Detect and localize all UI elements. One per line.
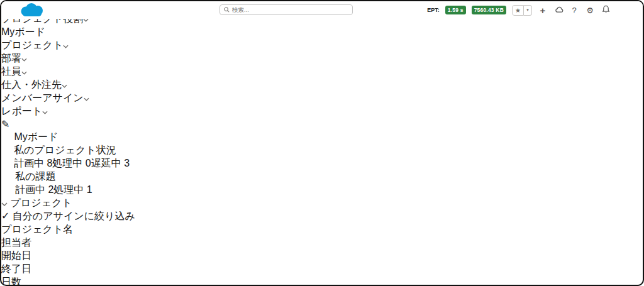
chevron-down-icon[interactable]	[62, 79, 67, 90]
nav-tab-1[interactable]: Myボード	[1, 26, 643, 39]
global-search[interactable]	[219, 4, 353, 15]
favorites-control: ★ ▾	[512, 5, 532, 16]
app-nav-bar: Shared Project プロジェクト役割Myボードプロジェクト部署社員仕入…	[1, 1, 643, 130]
nav-tab-7[interactable]: レポート	[1, 105, 643, 118]
tab-label: レポート	[1, 106, 42, 116]
global-actions-icon[interactable]: +	[538, 6, 548, 15]
tab-label: 部署	[1, 53, 21, 63]
assign-filter-checkbox[interactable]: ✓	[1, 211, 9, 221]
chevron-down-icon[interactable]	[42, 106, 48, 116]
column-header[interactable]: 開始日	[1, 250, 643, 263]
status-chips-0: 計画中 8処理中 0遅延中 3	[14, 157, 643, 170]
status-card: 私のプロジェクト状況 計画中 8処理中 0遅延中 3 私の課題 計画中 2処理中…	[1, 144, 643, 197]
ept-time-badge: 1.59 s	[445, 6, 466, 14]
page-header-card: Myボード	[1, 130, 643, 144]
column-header[interactable]: 担当者	[1, 236, 643, 250]
tab-label: 社員	[1, 66, 21, 77]
tab-label: プロジェクト	[1, 40, 63, 50]
project-table-header: プロジェクト名担当者開始日終了日日数状況課題進捗率	[1, 223, 643, 286]
collapse-chevron-icon[interactable]	[1, 197, 10, 208]
ept-size-badge: 7560.43 KB	[472, 6, 506, 14]
salesforce-logo-icon[interactable]	[18, 3, 47, 21]
nav-tabs: プロジェクト役割Myボードプロジェクト部署社員仕入・外注先メンバーアサインレポー…	[1, 13, 643, 118]
assign-filter-label: 自分のアサインに絞り込み	[13, 211, 135, 221]
notifications-bell-icon[interactable]	[601, 5, 611, 15]
status-group-label: 私のプロジェクト状況	[14, 145, 116, 155]
help-icon[interactable]: ?	[569, 6, 579, 14]
nav-tab-2[interactable]: プロジェクト	[1, 39, 643, 52]
status-group-label: 私の課題	[15, 171, 55, 182]
nav-tab-4[interactable]: 社員	[1, 65, 643, 79]
projects-panel-title: プロジェクト	[10, 197, 72, 208]
status-chip[interactable]: 処理中 1	[53, 184, 92, 195]
column-header[interactable]: 終了日	[1, 263, 643, 276]
column-header[interactable]: プロジェクト名	[1, 223, 643, 236]
guidance-center-icon[interactable]	[553, 6, 564, 15]
tab-label: メンバーアサイン	[1, 92, 84, 103]
nav-tab-3[interactable]: 部署	[1, 52, 643, 65]
assign-filter[interactable]: ✓ 自分のアサインに絞り込み	[1, 210, 643, 223]
chevron-down-icon[interactable]	[21, 53, 27, 63]
chevron-down-icon[interactable]	[63, 40, 69, 50]
setup-gear-icon[interactable]: ⚙	[585, 6, 595, 14]
search-input[interactable]	[232, 6, 348, 13]
status-chip[interactable]: 計画中 2	[15, 184, 53, 195]
status-chip[interactable]: 計画中 8	[14, 158, 52, 168]
page-title: Myボード	[14, 131, 58, 142]
user-avatar[interactable]	[616, 4, 629, 16]
status-group-issues: 私の課題 計画中 2処理中 1	[15, 170, 643, 197]
nav-tab-6[interactable]: メンバーアサイン	[1, 92, 643, 105]
ept-label: EPT:	[427, 7, 440, 13]
favorite-star-icon[interactable]: ★	[512, 5, 524, 16]
search-icon	[224, 7, 230, 13]
status-chip[interactable]: 処理中 0	[52, 158, 91, 168]
chevron-down-icon[interactable]	[21, 66, 27, 77]
board-object-icon	[1, 131, 14, 142]
global-header: EPT: 1.59 s 7560.43 KB ★ ▾ + ? ⚙	[1, 1, 643, 19]
status-chip[interactable]: 遅延中 3	[91, 158, 130, 168]
status-chips-1: 計画中 2処理中 1	[15, 184, 643, 197]
status-group-projects: 私のプロジェクト状況 計画中 8処理中 0遅延中 3	[14, 144, 643, 170]
tab-label: 仕入・外注先	[1, 79, 62, 90]
nav-tab-5[interactable]: 仕入・外注先	[1, 79, 643, 92]
column-header[interactable]: 日数	[1, 276, 643, 286]
favorites-caret-icon[interactable]: ▾	[524, 5, 532, 16]
tab-label: Myボード	[1, 26, 45, 37]
chevron-down-icon[interactable]	[84, 92, 89, 103]
projects-panel: プロジェクト ✓ 自分のアサインに絞り込み プロジェクト名担当者開始日終了日日数…	[1, 197, 643, 286]
app-window: EPT: 1.59 s 7560.43 KB ★ ▾ + ? ⚙	[0, 0, 644, 286]
edit-pencil-icon[interactable]: ✎	[1, 119, 9, 129]
